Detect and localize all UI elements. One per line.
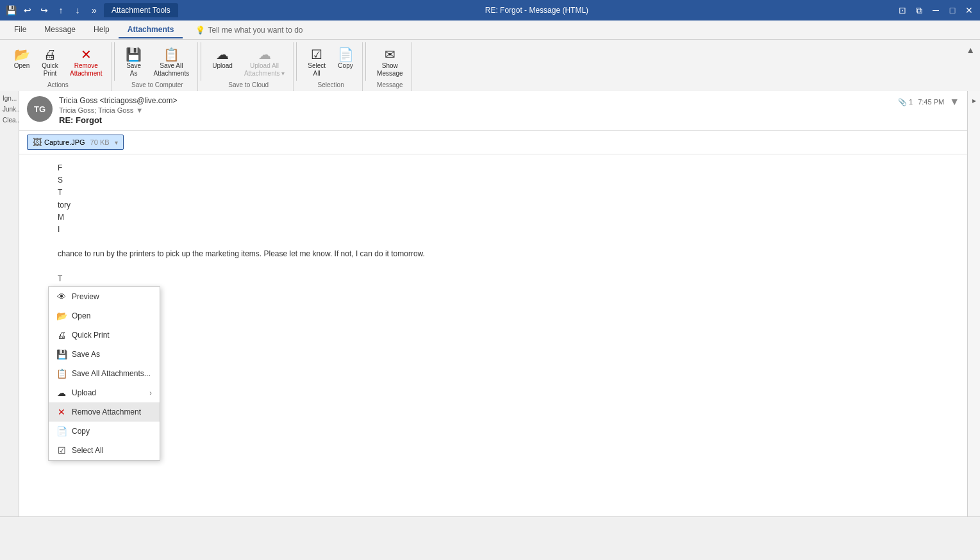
ribbon-collapse-button[interactable]: ▲ bbox=[966, 45, 975, 55]
ribbon-group-actions: 📂 Open 🖨 QuickPrint ✕ RemoveAttachment A… bbox=[5, 42, 112, 91]
upload-all-button[interactable]: ☁ Upload AllAttachments ▾ bbox=[240, 45, 289, 81]
show-message-button[interactable]: ✉ ShowMessage bbox=[372, 45, 408, 81]
split-button[interactable]: ⧉ bbox=[912, 3, 926, 17]
context-select-all[interactable]: ☑ Select All bbox=[49, 441, 160, 460]
context-copy-icon: 📄 bbox=[56, 426, 67, 436]
maximize-button[interactable]: □ bbox=[945, 3, 959, 17]
context-preview[interactable]: 👁 Preview bbox=[49, 287, 160, 306]
email-area: TG Tricia Goss <triciagoss@live.com> Tri… bbox=[19, 91, 967, 516]
selection-label: Selection bbox=[318, 81, 344, 91]
attachment-dropdown-arrow[interactable]: ▾ bbox=[115, 139, 118, 146]
quick-print-button[interactable]: 🖨 QuickPrint bbox=[37, 45, 63, 81]
attachment-bar: 🖼 Capture.JPG 70 KB ▾ bbox=[19, 131, 967, 154]
expand-to-icon[interactable]: ▼ bbox=[136, 106, 143, 114]
email-subject: RE: Forgot bbox=[59, 115, 177, 125]
tab-help[interactable]: Help bbox=[85, 22, 119, 38]
up-button[interactable]: ↑ bbox=[54, 3, 68, 17]
body-paragraph-5: M bbox=[58, 211, 929, 224]
more-button[interactable]: » bbox=[87, 3, 101, 17]
context-save-all[interactable]: 📋 Save All Attachments... bbox=[49, 364, 160, 383]
attachment-number: 1 bbox=[909, 98, 913, 106]
context-save-as[interactable]: 💾 Save As bbox=[49, 345, 160, 364]
selection-buttons: ☑ SelectAll 📄 Copy bbox=[303, 42, 358, 81]
email-header-right: 📎 1 7:45 PM ▼ bbox=[898, 96, 959, 108]
context-save-icon: 💾 bbox=[56, 349, 67, 359]
save-computer-label: Save to Computer bbox=[131, 81, 183, 91]
attachment-name: Capture.JPG bbox=[44, 138, 85, 146]
email-from: Tricia Goss <triciagoss@live.com> bbox=[59, 96, 177, 105]
email-header-left: TG Tricia Goss <triciagoss@live.com> Tri… bbox=[27, 96, 177, 125]
ribbon-search: 💡 Tell me what you want to do bbox=[195, 26, 303, 35]
status-bar bbox=[0, 516, 980, 536]
context-print-icon: 🖨 bbox=[56, 330, 67, 340]
minimize-button[interactable]: ─ bbox=[929, 3, 943, 17]
copy-ribbon-button[interactable]: 📄 Copy bbox=[333, 45, 358, 73]
context-copy[interactable]: 📄 Copy bbox=[49, 422, 160, 441]
tab-file[interactable]: File bbox=[5, 22, 35, 38]
tab-message[interactable]: Message bbox=[35, 22, 85, 38]
undo-button[interactable]: ↩ bbox=[21, 3, 35, 17]
save-cloud-buttons: ☁ Upload ☁ Upload AllAttachments ▾ bbox=[208, 42, 289, 81]
avatar: TG bbox=[27, 96, 53, 122]
main-area: Ign... Junk... Clea... TG Tricia Goss <t… bbox=[0, 91, 980, 516]
redo-button[interactable]: ↪ bbox=[37, 3, 51, 17]
attachment-tools-tab[interactable]: Attachment Tools bbox=[104, 3, 178, 17]
upload-button[interactable]: ☁ Upload bbox=[208, 45, 237, 73]
attachment-size: 70 KB bbox=[90, 138, 110, 146]
show-message-label: ShowMessage bbox=[377, 62, 403, 78]
left-sidebar: Ign... Junk... Clea... bbox=[0, 91, 19, 516]
body-paragraph-4: tory bbox=[58, 199, 929, 211]
context-open-icon: 📂 bbox=[56, 311, 67, 321]
sidebar-item-clean[interactable]: Clea... bbox=[1, 115, 17, 125]
context-select-icon: ☑ bbox=[56, 445, 67, 456]
context-copy-label: Copy bbox=[72, 427, 90, 436]
attachment-chip[interactable]: 🖼 Capture.JPG 70 KB ▾ bbox=[27, 135, 124, 150]
context-quick-print[interactable]: 🖨 Quick Print bbox=[49, 325, 160, 345]
close-button[interactable]: ✕ bbox=[962, 3, 976, 17]
open-button[interactable]: 📂 Open bbox=[9, 45, 35, 73]
save-as-label: SaveAs bbox=[126, 62, 141, 78]
right-panel-arrow[interactable]: ▸ bbox=[967, 91, 980, 516]
save-cloud-label: Save to Cloud bbox=[228, 81, 269, 91]
save-button[interactable]: 💾 bbox=[4, 3, 18, 17]
remove-attachment-button[interactable]: ✕ RemoveAttachment bbox=[65, 45, 107, 81]
ribbon-tabs: File Message Help Attachments 💡 Tell me … bbox=[0, 21, 980, 40]
save-as-button[interactable]: 💾 SaveAs bbox=[121, 45, 147, 81]
ribbon-group-save-cloud: ☁ Upload ☁ Upload AllAttachments ▾ Save … bbox=[204, 42, 294, 91]
quick-print-label: QuickPrint bbox=[42, 62, 58, 78]
save-all-button[interactable]: 📋 Save AllAttachments bbox=[149, 45, 194, 81]
select-all-ribbon-button[interactable]: ☑ SelectAll bbox=[303, 45, 330, 81]
context-save-label: Save As bbox=[72, 350, 100, 359]
attachment-count: 📎 1 bbox=[898, 98, 913, 106]
upload-all-label: Upload AllAttachments ▾ bbox=[244, 62, 285, 78]
title-bar: 💾 ↩ ↪ ↑ ↓ » Attachment Tools RE: Forgot … bbox=[0, 0, 980, 21]
show-message-icon: ✉ bbox=[385, 48, 395, 61]
sidebar-item-ignore[interactable]: Ign... bbox=[1, 94, 17, 103]
email-body: F S T tory M I chance to run by the prin… bbox=[19, 154, 967, 516]
tab-attachments[interactable]: Attachments bbox=[119, 22, 183, 38]
context-remove[interactable]: ✕ Remove Attachment bbox=[49, 402, 160, 422]
save-as-icon: 💾 bbox=[126, 48, 142, 61]
preview-label: Preview bbox=[72, 292, 99, 301]
down-button[interactable]: ↓ bbox=[71, 3, 85, 17]
context-menu: 👁 Preview 📂 Open 🖨 Quick Print 💾 Save As… bbox=[48, 286, 160, 461]
open-label: Open bbox=[14, 62, 29, 70]
upload-icon: ☁ bbox=[216, 48, 229, 61]
context-upload[interactable]: ☁ Upload › bbox=[49, 383, 160, 402]
context-open[interactable]: 📂 Open bbox=[49, 306, 160, 325]
file-icon: 🖼 bbox=[33, 137, 42, 147]
remove-label: RemoveAttachment bbox=[70, 62, 103, 78]
open-icon: 📂 bbox=[14, 48, 30, 61]
expand-button[interactable]: ▼ bbox=[949, 96, 959, 108]
read-mode-button[interactable]: ⊡ bbox=[895, 3, 909, 17]
sidebar-item-junk[interactable]: Junk... bbox=[1, 104, 17, 114]
actions-group-label: Actions bbox=[47, 81, 69, 91]
body-paragraph-3: T bbox=[58, 186, 929, 199]
upload-label: Upload bbox=[212, 62, 233, 70]
context-save-all-label: Save All Attachments... bbox=[72, 369, 151, 378]
ribbon-group-message: ✉ ShowMessage Message bbox=[369, 42, 412, 91]
attachment-icon: 📎 bbox=[898, 98, 907, 106]
email-to: Tricia Goss; Tricia Goss ▼ bbox=[59, 106, 177, 114]
copy-icon: 📄 bbox=[338, 48, 354, 61]
body-paragraph-t: T bbox=[58, 273, 929, 285]
